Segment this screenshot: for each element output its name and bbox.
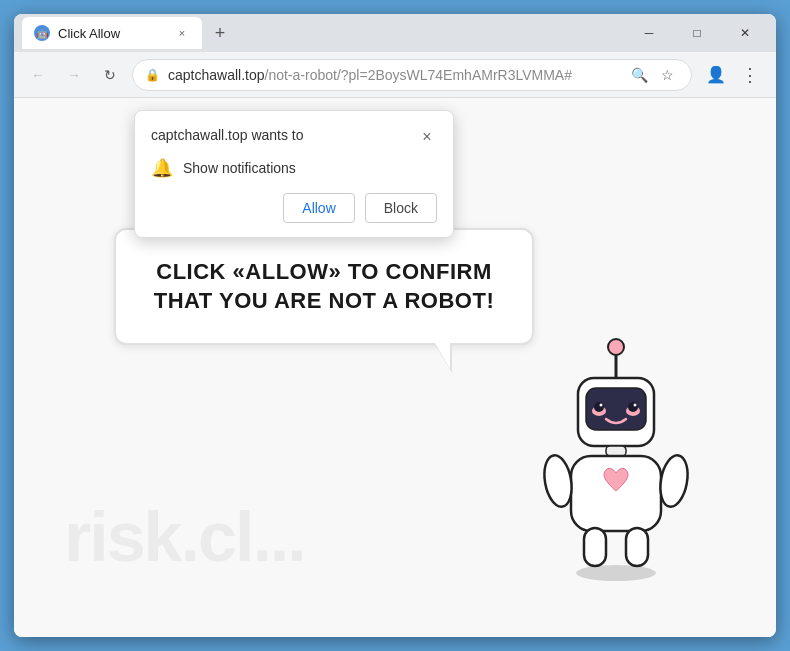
robot-svg (516, 323, 716, 603)
tab-favicon (34, 25, 50, 41)
svg-point-1 (608, 339, 624, 355)
svg-point-7 (628, 402, 638, 412)
menu-button[interactable]: ⋮ (734, 59, 766, 91)
address-bar: ← → ↻ 🔒 captchawall.top/not-a-robot/?pl=… (14, 52, 776, 98)
popup-close-button[interactable]: × (417, 127, 437, 147)
window-controls: ─ □ ✕ (626, 14, 768, 52)
svg-rect-11 (571, 456, 661, 531)
bell-icon: 🔔 (151, 157, 173, 179)
notification-popup: captchawall.top wants to × 🔔 Show notifi… (134, 110, 454, 238)
tab-close-button[interactable]: × (174, 25, 190, 41)
forward-button[interactable]: → (60, 61, 88, 89)
bookmark-icon-btn[interactable]: ☆ (655, 63, 679, 87)
watermark: risk.cl... (64, 497, 305, 577)
url-path: /not-a-robot/?pl=2BoysWL74EmhAMrR3LVMMA# (265, 67, 572, 83)
svg-rect-15 (626, 528, 648, 566)
url-actions: 🔍 ☆ (627, 63, 679, 87)
speech-bubble-wrap: CLICK «ALLOW» TO CONFIRM THAT YOU ARE NO… (114, 228, 534, 345)
search-icon-btn[interactable]: 🔍 (627, 63, 651, 87)
svg-rect-10 (606, 446, 626, 456)
refresh-button[interactable]: ↻ (96, 61, 124, 89)
permission-text: Show notifications (183, 160, 296, 176)
new-tab-button[interactable]: + (206, 19, 234, 47)
block-button[interactable]: Block (365, 193, 437, 223)
url-domain: captchawall.top (168, 67, 265, 83)
minimize-button[interactable]: ─ (626, 14, 672, 52)
back-button[interactable]: ← (24, 61, 52, 89)
account-button[interactable]: 👤 (700, 59, 732, 91)
tab-area: Click Allow × + (22, 17, 620, 49)
url-box[interactable]: 🔒 captchawall.top/not-a-robot/?pl=2BoysW… (132, 59, 692, 91)
svg-point-13 (657, 453, 692, 509)
browser-window: Click Allow × + ─ □ ✕ ← → ↻ 🔒 captchawal… (14, 14, 776, 637)
svg-point-12 (541, 453, 576, 509)
popup-actions: Allow Block (151, 193, 437, 223)
popup-title: captchawall.top wants to (151, 127, 304, 143)
robot-illustration (516, 323, 716, 607)
title-bar: Click Allow × + ─ □ ✕ (14, 14, 776, 52)
popup-header: captchawall.top wants to × (151, 127, 437, 147)
speech-bubble: CLICK «ALLOW» TO CONFIRM THAT YOU ARE NO… (114, 228, 534, 345)
svg-point-6 (594, 402, 604, 412)
svg-point-16 (576, 565, 656, 581)
speech-bubble-text: CLICK «ALLOW» TO CONFIRM THAT YOU ARE NO… (152, 258, 496, 315)
url-text: captchawall.top/not-a-robot/?pl=2BoysWL7… (168, 67, 572, 83)
popup-permission: 🔔 Show notifications (151, 157, 437, 179)
svg-rect-14 (584, 528, 606, 566)
allow-button[interactable]: Allow (283, 193, 354, 223)
lock-icon: 🔒 (145, 68, 160, 82)
svg-point-9 (634, 404, 637, 407)
active-tab[interactable]: Click Allow × (22, 17, 202, 49)
maximize-button[interactable]: □ (674, 14, 720, 52)
toolbar-right: 👤 ⋮ (700, 59, 766, 91)
close-button[interactable]: ✕ (722, 14, 768, 52)
tab-title: Click Allow (58, 26, 120, 41)
content-area: risk.cl... captchawall.top wants to × 🔔 … (14, 98, 776, 637)
svg-point-8 (600, 404, 603, 407)
